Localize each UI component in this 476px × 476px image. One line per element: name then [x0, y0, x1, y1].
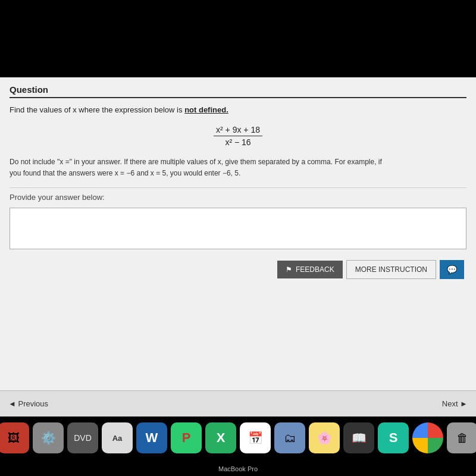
section-divider [10, 187, 466, 188]
books-app[interactable]: 📖 [343, 422, 374, 453]
submit-button[interactable]: 💬 [440, 260, 464, 279]
instruction-text: Do not include "x =" in your answer. If … [10, 156, 466, 179]
photos-app[interactable]: 🖼 [0, 422, 29, 453]
answer-input[interactable] [10, 208, 466, 249]
word-app[interactable]: W [136, 422, 167, 453]
action-buttons: ⚑ FEEDBACK MORE INSTRUCTION 💬 [10, 255, 466, 284]
provide-answer-label: Provide your answer below: [10, 193, 466, 202]
x-app[interactable]: X [205, 422, 236, 453]
s-app[interactable]: S [378, 422, 409, 453]
previous-button[interactable]: ◄ Previous [8, 399, 48, 408]
dictionary-app[interactable]: Aa [102, 422, 133, 453]
settings-app[interactable]: ⚙️ [33, 422, 64, 453]
navigation-bar: ◄ Previous Next ► [0, 390, 476, 416]
question-intro: Find the values of x where the expressio… [10, 104, 466, 116]
fraction-expression: x² + 9x + 18 x² − 16 [10, 124, 466, 147]
fraction-numerator: x² + 9x + 18 [214, 125, 262, 136]
question-header: Question [10, 84, 466, 98]
finder-app[interactable]: 🗂 [274, 422, 305, 453]
macbook-pro-label: MacBook Pro [218, 465, 258, 472]
dvd-app[interactable]: DVD [67, 422, 98, 453]
photos2-app[interactable]: 🌸 [309, 422, 340, 453]
calendar-app[interactable]: 📅 [240, 422, 271, 453]
more-instruction-button[interactable]: MORE INSTRUCTION [346, 260, 436, 279]
feedback-button[interactable]: ⚑ FEEDBACK [277, 261, 343, 278]
trash-app[interactable]: 🗑 [447, 422, 476, 453]
dock: 🖼 ⚙️ DVD Aa W P X 📅 🗂 🌸 📖 S 🗑 MacBook Pr… [0, 416, 476, 476]
fraction-denominator: x² − 16 [223, 136, 253, 147]
next-button[interactable]: Next ► [442, 399, 468, 408]
powerpoint-app[interactable]: P [171, 422, 202, 453]
flag-icon: ⚑ [286, 265, 292, 274]
chrome-app[interactable] [412, 422, 443, 453]
chat-icon: 💬 [447, 265, 457, 274]
